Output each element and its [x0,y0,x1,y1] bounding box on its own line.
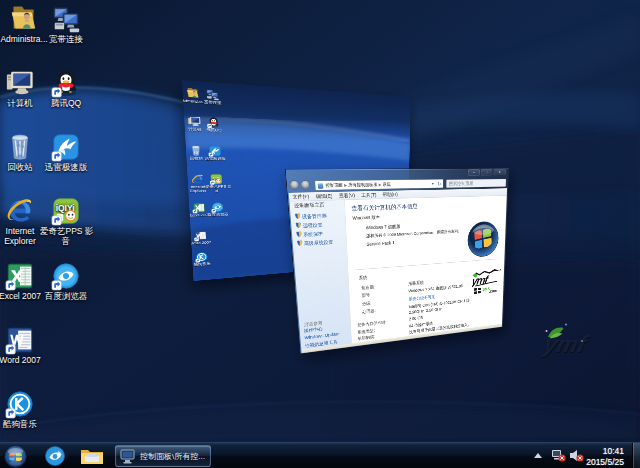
svg-text:.com: .com [489,288,498,293]
